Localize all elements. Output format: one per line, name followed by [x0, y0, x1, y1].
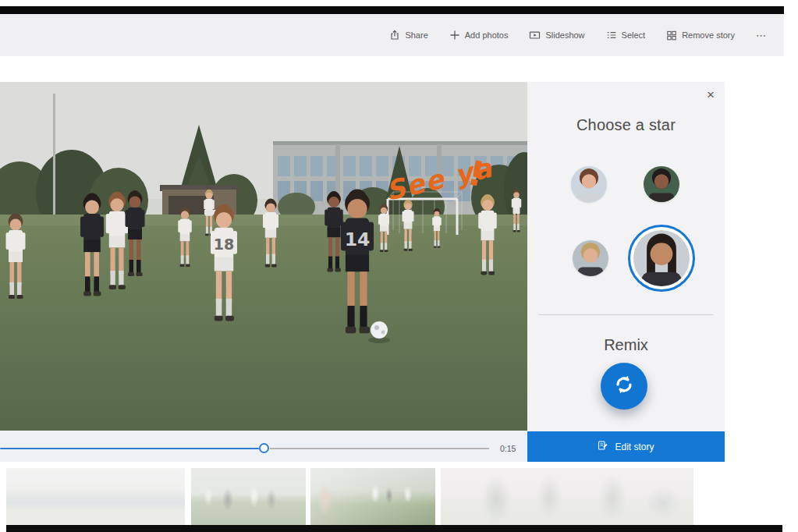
top-letterbox-bar — [0, 6, 784, 14]
edit-story-icon — [598, 440, 608, 453]
star-avatar-4-selected[interactable] — [628, 225, 695, 292]
remove-story-label: Remove story — [682, 30, 735, 40]
edit-story-label: Edit story — [615, 442, 654, 452]
ellipsis-icon: ⋯ — [756, 30, 767, 41]
story-thumbnail-2[interactable] — [191, 468, 306, 525]
choose-star-title: Choose a star — [527, 116, 725, 134]
seekbar-remaining — [270, 448, 489, 449]
seekbar-thumb[interactable] — [259, 443, 269, 453]
slideshow-button[interactable]: Slideshow — [529, 30, 584, 41]
bottom-letterbox-bar — [6, 525, 782, 532]
more-options-button[interactable]: ⋯ — [756, 30, 767, 41]
star-avatar-2[interactable] — [644, 166, 679, 202]
svg-text:14: 14 — [345, 229, 371, 250]
remove-story-button[interactable]: Remove story — [666, 30, 735, 41]
photos-app-window: Share Add photos Slideshow Select Remove… — [0, 0, 798, 532]
star-avatar-1[interactable] — [571, 166, 607, 202]
story-grid-icon — [666, 30, 677, 41]
story-thumbnail-4[interactable] — [441, 468, 693, 525]
plus-icon — [449, 30, 460, 41]
video-seekbar[interactable]: 0:15 — [0, 431, 527, 462]
add-photos-button[interactable]: Add photos — [449, 30, 509, 41]
star-avatar-3[interactable] — [573, 240, 608, 276]
panel-divider — [538, 314, 713, 315]
slideshow-icon — [529, 30, 541, 41]
slideshow-label: Slideshow — [545, 30, 584, 40]
command-toolbar: Share Add photos Slideshow Select Remove… — [0, 14, 784, 56]
video-player[interactable]: 1814 See ya ! — [0, 82, 527, 431]
share-icon — [389, 30, 400, 41]
soccer-video-frame: 1814 See ya ! — [0, 82, 527, 431]
choose-star-panel: × Choose a star Remix — [527, 82, 725, 431]
share-button[interactable]: Share — [389, 30, 427, 41]
story-thumbnail-3[interactable] — [310, 468, 435, 525]
edit-story-button[interactable]: Edit story — [527, 431, 725, 462]
svg-text:18: 18 — [214, 236, 234, 253]
remix-title: Remix — [527, 336, 725, 354]
close-icon[interactable]: × — [707, 88, 715, 101]
add-photos-label: Add photos — [465, 30, 509, 40]
sync-arrows-icon — [612, 372, 637, 400]
share-label: Share — [405, 30, 427, 40]
select-label: Select — [622, 30, 646, 40]
select-list-icon — [606, 30, 617, 41]
video-time-label: 0:15 — [500, 444, 516, 453]
remix-button[interactable] — [601, 363, 647, 410]
seekbar-progress — [0, 448, 259, 449]
select-button[interactable]: Select — [606, 30, 646, 41]
story-thumbnail-1[interactable] — [6, 468, 185, 525]
